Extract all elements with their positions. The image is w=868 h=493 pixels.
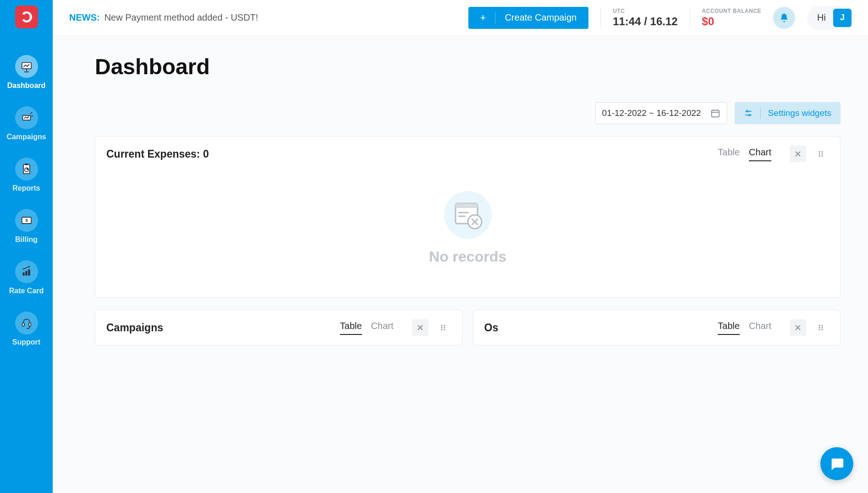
grip-icon (817, 323, 825, 332)
close-icon (416, 323, 424, 332)
widget-drag-handle[interactable] (435, 319, 451, 336)
svg-point-40 (444, 325, 445, 326)
widget-campaigns: Campaigns Table Chart (95, 310, 463, 345)
svg-point-44 (444, 329, 445, 330)
grip-icon (439, 323, 447, 332)
widget-os: Os Table Chart (473, 310, 841, 345)
account-balance: ACCOUNT BALANCE $0 (702, 8, 762, 28)
svg-point-45 (819, 325, 820, 326)
app-logo[interactable] (15, 5, 38, 28)
svg-rect-18 (29, 323, 31, 326)
svg-rect-14 (25, 271, 27, 275)
svg-point-29 (819, 153, 820, 155)
no-records-icon (443, 190, 493, 240)
svg-rect-15 (28, 269, 30, 276)
svg-point-48 (822, 327, 823, 329)
tab-chart[interactable]: Chart (749, 321, 771, 335)
grip-icon (817, 150, 825, 158)
user-greeting: Hi (817, 12, 826, 23)
sidebar-item-reports[interactable]: Reports (0, 149, 53, 201)
news-label: NEWS: (69, 12, 100, 23)
svg-point-30 (822, 153, 823, 155)
svg-point-49 (819, 329, 820, 330)
dollar-card-icon: $ (15, 209, 38, 232)
date-range-value: 01-12-2022 ~ 16-12-2022 (602, 108, 701, 118)
sidebar-item-campaigns[interactable]: Campaigns (0, 98, 53, 149)
widget-title: Os (484, 322, 709, 334)
sidebar-item-label: Campaigns (6, 133, 46, 141)
user-menu[interactable]: Hi J (807, 6, 855, 30)
news-banner[interactable]: NEWS: New Payment method added - USDT! (69, 12, 258, 23)
svg-text:$: $ (25, 218, 28, 223)
clipboard-pie-icon (15, 158, 38, 181)
svg-point-41 (441, 327, 442, 329)
close-icon (794, 323, 802, 332)
settings-widgets-label: Settings widgets (768, 108, 831, 118)
avatar: J (833, 9, 852, 27)
page-title: Dashboard (95, 54, 841, 79)
tab-table[interactable]: Table (718, 147, 740, 161)
svg-point-26 (748, 115, 750, 116)
empty-state: No records (106, 162, 829, 288)
headset-icon (15, 312, 38, 334)
sidebar: Dashboard Campaigns Reports $ Billing Ra… (0, 0, 53, 493)
bell-icon (779, 13, 789, 23)
tab-chart[interactable]: Chart (371, 321, 394, 335)
close-icon (794, 150, 802, 158)
widget-remove-button[interactable] (412, 319, 429, 336)
svg-rect-17 (22, 323, 24, 326)
svg-line-5 (31, 116, 33, 116)
create-campaign-label: Create Campaign (505, 12, 577, 23)
svg-rect-7 (25, 164, 28, 165)
balance-label: ACCOUNT BALANCE (702, 8, 762, 14)
sidebar-item-rate-card[interactable]: Rate Card (0, 252, 53, 303)
tab-table[interactable]: Table (718, 321, 740, 335)
presentation-chart-icon (15, 55, 38, 78)
widget-title: Campaigns (106, 322, 331, 334)
widget-drag-handle[interactable] (813, 146, 829, 162)
chat-fab[interactable] (820, 447, 853, 480)
tab-table[interactable]: Table (340, 321, 362, 335)
date-range-picker[interactable]: 01-12-2022 ~ 16-12-2022 (595, 102, 727, 124)
svg-point-24 (746, 110, 747, 112)
topbar: NEWS: New Payment method added - USDT! +… (53, 0, 868, 36)
widget-remove-button[interactable] (790, 146, 806, 162)
sliders-icon (744, 109, 753, 118)
svg-point-47 (819, 327, 820, 329)
svg-point-31 (819, 155, 820, 157)
svg-point-43 (441, 329, 442, 330)
widget-title: Current Expenses: 0 (106, 148, 709, 160)
sidebar-item-dashboard[interactable]: Dashboard (0, 47, 53, 98)
sidebar-item-label: Dashboard (7, 82, 46, 90)
settings-widgets-button[interactable]: Settings widgets (735, 102, 841, 124)
widget-remove-button[interactable] (790, 319, 806, 336)
chat-icon (829, 456, 845, 471)
news-text: New Payment method added - USDT! (104, 12, 258, 23)
calendar-icon (710, 108, 720, 118)
svg-rect-19 (711, 110, 719, 117)
sidebar-item-label: Reports (12, 184, 40, 192)
utc-clock: UTC 11:44 / 16.12 (613, 8, 677, 28)
svg-point-46 (822, 325, 823, 326)
svg-point-27 (819, 151, 820, 153)
create-campaign-button[interactable]: + Create Campaign (468, 7, 589, 29)
notifications-button[interactable] (773, 7, 795, 29)
sidebar-item-label: Rate Card (9, 287, 44, 295)
widget-current-expenses: Current Expenses: 0 Table Chart (95, 136, 841, 298)
svg-point-28 (822, 151, 823, 153)
svg-point-32 (822, 155, 823, 157)
svg-point-50 (822, 329, 823, 330)
widget-drag-handle[interactable] (813, 319, 829, 336)
utc-label: UTC (613, 8, 677, 14)
sidebar-item-label: Billing (15, 236, 38, 244)
svg-rect-13 (22, 273, 24, 276)
tab-chart[interactable]: Chart (749, 147, 771, 161)
svg-rect-35 (456, 203, 478, 208)
svg-point-42 (444, 327, 445, 329)
bar-growth-icon (15, 260, 38, 283)
utc-time: 11:44 / 16.12 (613, 15, 677, 28)
empty-caption: No records (429, 248, 506, 265)
broadcast-icon (15, 106, 38, 129)
sidebar-item-billing[interactable]: $ Billing (0, 201, 53, 252)
sidebar-item-support[interactable]: Support (0, 303, 53, 355)
